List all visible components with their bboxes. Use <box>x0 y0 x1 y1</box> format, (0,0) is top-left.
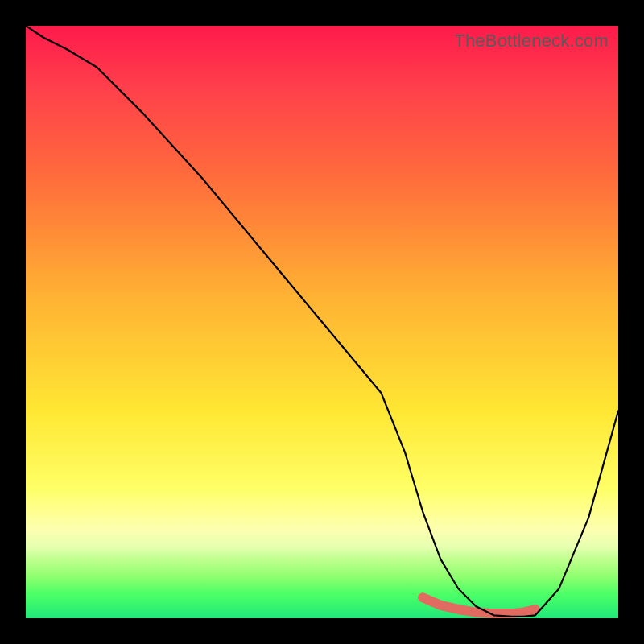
bottleneck-curve <box>26 26 618 617</box>
chart-frame: TheBottleneck.com <box>0 0 644 644</box>
plot-area: TheBottleneck.com <box>26 26 618 618</box>
optimal-range-highlight <box>423 597 535 613</box>
curve-layer <box>26 26 618 618</box>
